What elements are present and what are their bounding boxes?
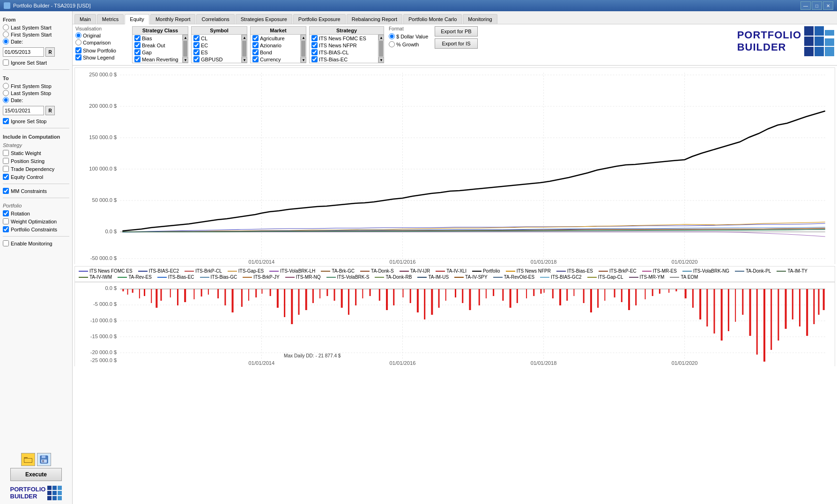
vis-comparison-radio[interactable]: Comparison: [75, 39, 129, 45]
strategy-class-breakout[interactable]: Break Out: [133, 42, 182, 49]
position-sizing-check[interactable]: Position Sizing: [3, 158, 69, 164]
close-button[interactable]: ✕: [823, 1, 833, 10]
weight-optimization-check[interactable]: Weight Optimization: [3, 218, 69, 224]
execute-button[interactable]: Execute: [10, 468, 62, 481]
strategy-class-scroll-down[interactable]: ▼: [183, 57, 188, 63]
from-last-system-start[interactable]: Last System Start: [3, 24, 69, 30]
ignore-set-start-check[interactable]: Ignore Set Start: [3, 59, 69, 66]
symbol-scroll-up[interactable]: ▲: [242, 35, 247, 40]
symbol-scroll-down[interactable]: ▼: [242, 57, 247, 63]
svg-rect-77: [333, 289, 335, 301]
strategy-class-header: Strategy Class: [133, 27, 188, 35]
left-panel: From Last System Start First System Star…: [0, 11, 73, 504]
portfolio-constraints-check[interactable]: Portfolio Constraints: [3, 226, 69, 232]
market-agriculture[interactable]: Agriculture: [251, 35, 300, 42]
strategy-class-scroll-thumb[interactable]: [183, 41, 187, 57]
svg-rect-120: [659, 289, 660, 294]
svg-rect-136: [778, 289, 779, 341]
maximize-button[interactable]: □: [812, 1, 822, 10]
legend-line-its-brkp-ec: [599, 271, 608, 272]
strategy-class-gap[interactable]: Gap: [133, 49, 182, 56]
strategy-class-bias[interactable]: Bias: [133, 35, 182, 42]
svg-rect-140: [806, 289, 808, 336]
market-currency[interactable]: Currency: [251, 56, 300, 63]
to-last-system-stop[interactable]: Last System Stop: [3, 90, 69, 96]
market-scroll-down[interactable]: ▼: [301, 57, 306, 63]
equity-control-check[interactable]: Equity Control: [3, 174, 69, 180]
symbol-es[interactable]: ES: [192, 49, 241, 56]
from-date-input[interactable]: [3, 47, 44, 57]
strategy-its-bias-cl[interactable]: ITS-BIAS-CL: [310, 49, 378, 56]
svg-rect-91: [438, 289, 440, 308]
svg-rect-73: [305, 289, 307, 310]
tab-main[interactable]: Main: [74, 14, 96, 24]
svg-rect-131: [742, 289, 743, 315]
vis-section: Visualisation Original Comparison Show P…: [75, 26, 129, 60]
symbol-ec[interactable]: EC: [192, 42, 241, 49]
symbol-cl[interactable]: CL: [192, 35, 241, 42]
tab-metrics[interactable]: Metrics: [97, 14, 124, 24]
tab-monitoring[interactable]: Monitoring: [463, 14, 497, 24]
rotation-check[interactable]: Rotation: [3, 210, 69, 216]
to-date-input[interactable]: [3, 106, 44, 115]
legend-ta-donk-s: TA-Donk-S: [360, 268, 394, 274]
legend-line-ta-im-ty: [777, 271, 786, 272]
svg-rect-49: [132, 289, 133, 293]
strategy-its-news-nfpr[interactable]: ITS News NFPR: [310, 42, 378, 49]
legend-ta-iv-spy: TA-IV-SPY: [454, 274, 488, 280]
tab-correlations[interactable]: Correlations: [196, 14, 234, 24]
strategy-class-scroll-up[interactable]: ▲: [183, 35, 188, 40]
symbol-scroll-thumb[interactable]: [242, 41, 246, 57]
save-button[interactable]: [37, 453, 51, 466]
strategy-scroll-down[interactable]: ▼: [378, 57, 384, 63]
tab-portfolio-exposure[interactable]: Portfolio Exposure: [293, 14, 346, 24]
vis-original-radio[interactable]: Original: [75, 32, 129, 38]
to-date-radio[interactable]: Date:: [3, 97, 69, 103]
ignore-set-stop-check[interactable]: Ignore Set Stop: [3, 118, 69, 124]
to-date-reset-button[interactable]: R: [45, 106, 55, 115]
folder-button[interactable]: [21, 453, 35, 466]
format-dollar-radio[interactable]: $ Dollar Value: [389, 33, 428, 39]
strategy-class-mean-reverting[interactable]: Mean Reverting: [133, 56, 182, 63]
enable-monitoring-check[interactable]: Enable Monitoring: [3, 240, 69, 246]
legend-its-bias-gc2: ITS-BIAS-GC2: [540, 274, 582, 280]
tab-equity[interactable]: Equity: [125, 14, 149, 24]
svg-rect-96: [479, 289, 480, 305]
strategy-scroll-thumb[interactable]: [379, 41, 383, 57]
svg-rect-88: [417, 289, 419, 312]
market-scroll-up[interactable]: ▲: [301, 35, 306, 40]
show-portfolio-check[interactable]: Show Portfolio: [75, 47, 129, 53]
market-scroll-thumb[interactable]: [301, 41, 305, 57]
export-is-button[interactable]: Export for IS: [435, 38, 477, 49]
svg-rect-110: [583, 289, 585, 303]
show-legend-check[interactable]: Show Legend: [75, 54, 129, 60]
tab-rebalancing-report[interactable]: Rebalancing Report: [347, 14, 402, 24]
from-date-reset-button[interactable]: R: [45, 47, 55, 57]
static-weight-check[interactable]: Static Weight: [3, 150, 69, 156]
to-first-system-stop[interactable]: First System Stop: [3, 83, 69, 89]
svg-rect-81: [362, 289, 363, 298]
legend-ta-revold-es: TA-RevOld-ES: [493, 274, 534, 280]
market-bond[interactable]: Bond: [251, 49, 300, 56]
right-panel: Main Metrics Equity Monthly Report Corre…: [73, 11, 837, 504]
strategy-its-bias-ec[interactable]: ITS-Bias-EC: [310, 56, 378, 63]
svg-rect-106: [552, 289, 554, 298]
svg-rect-141: [813, 289, 815, 324]
legend-its-news-nfpr: ITS News NFPR: [506, 268, 551, 274]
mm-constraints-check[interactable]: MM Constraints: [3, 188, 69, 194]
strategy-scroll-up[interactable]: ▲: [378, 35, 384, 40]
market-header: Market: [251, 27, 306, 35]
trade-dependency-check[interactable]: Trade Dependency: [3, 166, 69, 172]
format-growth-radio[interactable]: % Growth: [389, 41, 428, 47]
tab-strategies-exposure[interactable]: Strategies Exposure: [236, 14, 292, 24]
strategy-its-news-fomc-es[interactable]: ITS News FOMC ES: [310, 35, 378, 42]
export-pb-button[interactable]: Export for PB: [435, 26, 477, 37]
tab-portfolio-monte-carlo[interactable]: Portfolio Monte Carlo: [403, 14, 462, 24]
market-azionario[interactable]: Azionario: [251, 42, 300, 49]
from-first-system-start[interactable]: First System Start: [3, 31, 69, 37]
from-date-radio[interactable]: Date:: [3, 38, 69, 44]
symbol-gbpusd[interactable]: GBPUSD: [192, 56, 241, 63]
svg-rect-97: [486, 289, 487, 298]
minimize-button[interactable]: —: [800, 1, 811, 10]
tab-monthly-report[interactable]: Monthly Report: [150, 14, 196, 24]
